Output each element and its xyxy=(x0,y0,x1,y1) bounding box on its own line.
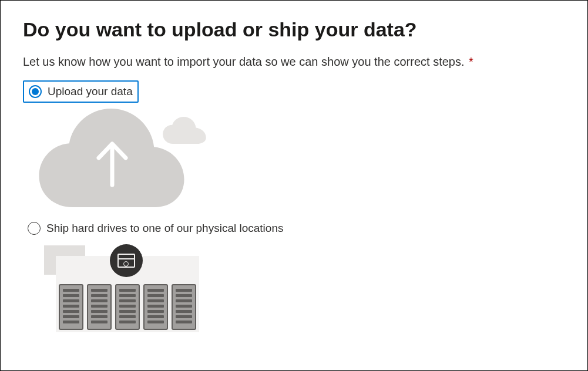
option-ship-row[interactable]: Ship hard drives to one of our physical … xyxy=(23,218,565,238)
server-row xyxy=(59,284,196,330)
option-upload-label: Upload your data xyxy=(48,85,133,98)
option-ship: Ship hard drives to one of our physical … xyxy=(23,218,565,342)
page-title: Do you want to upload or ship your data? xyxy=(23,18,565,41)
option-upload-row[interactable]: Upload your data xyxy=(23,80,139,103)
arrow-up-icon xyxy=(94,139,130,188)
server-rack-icon xyxy=(143,284,168,330)
server-rack-icon xyxy=(115,284,140,330)
option-ship-label: Ship hard drives to one of our physical … xyxy=(46,222,283,235)
server-rack-icon xyxy=(59,284,83,330)
required-asterisk: * xyxy=(469,55,473,68)
upload-illustration xyxy=(38,105,209,208)
subtitle-text: Let us know how you want to import your … xyxy=(23,55,465,68)
app-badge-icon xyxy=(110,244,143,277)
server-rack-icon xyxy=(87,284,112,330)
ship-illustration xyxy=(38,242,200,342)
radio-upload-dot xyxy=(32,88,39,95)
server-rack-icon xyxy=(172,284,196,330)
app-window-icon xyxy=(117,254,135,268)
option-upload: Upload your data xyxy=(23,80,565,208)
radio-upload[interactable] xyxy=(29,85,42,98)
radio-ship[interactable] xyxy=(28,222,41,235)
page-subtitle: Let us know how you want to import your … xyxy=(23,55,565,69)
gear-icon xyxy=(123,261,129,267)
